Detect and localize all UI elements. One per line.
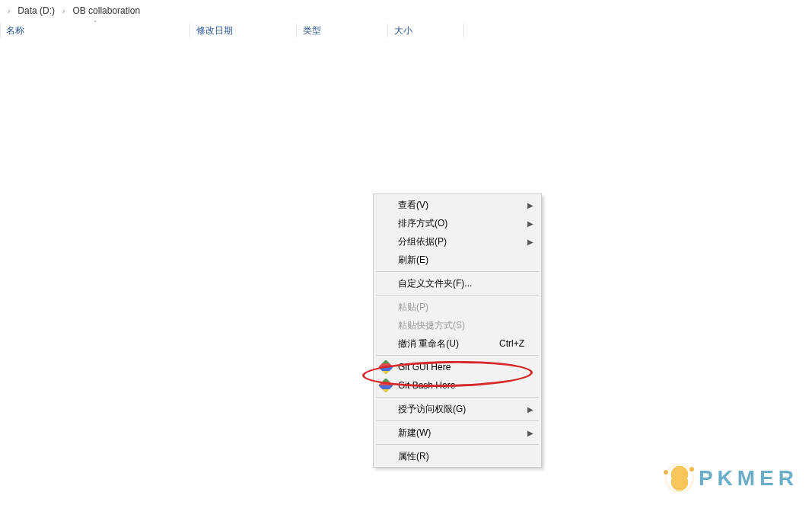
menu-label: 授予访问权限(G)	[398, 403, 524, 416]
menu-separator	[376, 271, 539, 272]
menu-new[interactable]: 新建(W) ▶	[375, 423, 540, 442]
menu-view[interactable]: 查看(V) ▶	[375, 196, 540, 214]
sort-ascending-icon: ˄	[94, 20, 97, 27]
menu-properties[interactable]: 属性(R)	[375, 447, 540, 465]
menu-separator	[376, 295, 539, 296]
watermark: PKMER	[667, 465, 798, 491]
chevron-right-icon: ▶	[527, 201, 533, 209]
menu-label: 查看(V)	[398, 199, 524, 212]
column-size[interactable]: 大小	[388, 21, 464, 40]
chevron-right-icon: ›	[62, 7, 65, 15]
column-type[interactable]: 类型	[297, 21, 388, 40]
git-icon	[380, 361, 392, 373]
menu-undo-rename[interactable]: 撤消 重命名(U) Ctrl+Z	[375, 334, 540, 353]
menu-git-bash[interactable]: Git Bash Here	[375, 376, 540, 395]
chevron-right-icon: ▶	[527, 238, 533, 246]
breadcrumb[interactable]: › Data (D:) › OB collaboration	[0, 0, 812, 21]
menu-label: Git GUI Here	[398, 362, 524, 372]
menu-group[interactable]: 分组依据(P) ▶	[375, 232, 540, 251]
menu-label: 属性(R)	[398, 450, 524, 463]
pkmer-logo-icon	[667, 465, 693, 491]
menu-separator	[376, 444, 539, 445]
menu-custom-folder[interactable]: 自定义文件夹(F)...	[375, 274, 540, 292]
column-label: 类型	[303, 24, 321, 37]
menu-label: 排序方式(O)	[398, 217, 524, 230]
column-label: 修改日期	[196, 24, 233, 37]
menu-separator	[376, 397, 539, 398]
column-name[interactable]: 名称 ˄	[0, 21, 190, 40]
menu-label: 新建(W)	[398, 427, 524, 439]
column-label: 大小	[394, 24, 412, 37]
menu-sort[interactable]: 排序方式(O) ▶	[375, 214, 540, 232]
menu-separator	[376, 420, 539, 421]
menu-separator	[376, 355, 539, 356]
watermark-text: PKMER	[699, 466, 798, 491]
menu-label: 粘贴快捷方式(S)	[398, 319, 524, 332]
breadcrumb-item[interactable]: Data (D:)	[14, 4, 58, 18]
column-headers: 名称 ˄ 修改日期 类型 大小	[0, 21, 812, 40]
menu-label: 自定义文件夹(F)...	[398, 277, 524, 290]
menu-git-gui[interactable]: Git GUI Here	[375, 358, 540, 376]
menu-label: 刷新(E)	[398, 254, 524, 267]
breadcrumb-item[interactable]: OB collaboration	[69, 4, 143, 18]
menu-label: 粘贴(P)	[398, 301, 524, 314]
chevron-right-icon: ›	[8, 7, 10, 15]
chevron-right-icon: ▶	[527, 405, 533, 414]
chevron-right-icon: ▶	[527, 219, 533, 228]
menu-shortcut: Ctrl+Z	[499, 338, 524, 349]
chevron-right-icon: ▶	[527, 429, 533, 437]
menu-paste-shortcut: 粘贴快捷方式(S)	[375, 316, 540, 334]
column-date[interactable]: 修改日期	[190, 21, 297, 40]
menu-paste: 粘贴(P)	[375, 298, 540, 316]
context-menu: 查看(V) ▶ 排序方式(O) ▶ 分组依据(P) ▶ 刷新(E) 自定义文件夹…	[373, 193, 542, 468]
menu-label: 撤消 重命名(U)	[398, 337, 499, 350]
git-icon	[380, 379, 392, 392]
column-label: 名称	[6, 24, 24, 37]
menu-grant-access[interactable]: 授予访问权限(G) ▶	[375, 400, 540, 418]
menu-refresh[interactable]: 刷新(E)	[375, 251, 540, 269]
menu-label: 分组依据(P)	[398, 235, 524, 248]
menu-label: Git Bash Here	[398, 380, 524, 391]
